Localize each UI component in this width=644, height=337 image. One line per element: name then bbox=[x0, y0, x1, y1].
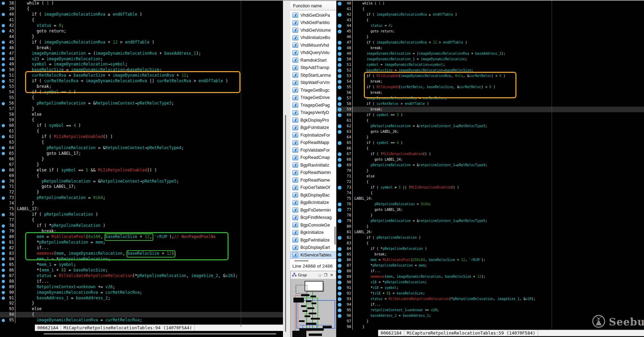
function-list-item[interactable]: fKiServiceTables bbox=[290, 251, 336, 259]
code-line[interactable]: 85 break; bbox=[336, 252, 644, 257]
function-list-item[interactable]: fVhdiQueryVolu bbox=[290, 49, 336, 57]
code-line[interactable]: 59 break; bbox=[336, 107, 644, 112]
code-line[interactable]: 73 if ( symbol ≠ 5 || !MiIsRetpolineEnab… bbox=[336, 185, 644, 190]
function-list-item[interactable]: fBgkDisplayBac bbox=[290, 191, 336, 199]
function-list-item[interactable]: fBgpConsoleGe bbox=[290, 221, 336, 229]
code-line[interactable]: 43 { bbox=[336, 17, 644, 23]
code-line[interactable]: 82 if ( pRetpolineRelocation ) bbox=[336, 235, 644, 240]
code-line[interactable]: 45 goto return; bbox=[336, 29, 644, 34]
code-line[interactable]: 84 if ( *pRetpolineRelocation ) bbox=[336, 246, 644, 252]
code-line[interactable]: 44 status = 0; bbox=[336, 23, 644, 29]
code-line[interactable]: 66 { bbox=[336, 146, 644, 151]
function-list-item[interactable]: fBgkDisplayPro bbox=[290, 116, 336, 124]
code-line[interactable]: 54 break; bbox=[336, 79, 644, 84]
code-line[interactable]: 67 if ( !MiIsRetpolineEnabled() ) bbox=[336, 151, 644, 157]
function-list-item[interactable]: fFopReadName bbox=[290, 176, 336, 184]
function-list-item[interactable]: fTriageGetBugc bbox=[290, 86, 336, 94]
code-line[interactable]: 40 while ( 1 ) bbox=[336, 1, 644, 6]
panel-splitter[interactable] bbox=[283, 0, 291, 337]
function-list-item[interactable]: fFopReadMapp bbox=[290, 139, 336, 147]
code-line[interactable]: 71 else bbox=[336, 174, 644, 179]
function-list-item[interactable]: fTriageGetDrive bbox=[290, 94, 336, 102]
function-list-item[interactable]: fBcpDisplayEarl bbox=[290, 244, 336, 252]
function-list-item[interactable]: fBgpBcInitialize bbox=[290, 199, 336, 207]
code-line[interactable]: 46 } bbox=[336, 34, 644, 40]
splitter-scrollbar[interactable] bbox=[285, 115, 286, 332]
function-list-item[interactable]: fSbpStartLanma bbox=[290, 71, 336, 79]
code-line[interactable]: 64 } bbox=[336, 135, 644, 140]
code-line[interactable]: 51 symbol = imageDynamicRelocation→symbo… bbox=[336, 62, 644, 68]
code-line[interactable]: 76 pRetpolineRelocation = 0i64; bbox=[336, 201, 644, 207]
function-list-item[interactable]: fBgpFwInitialize bbox=[290, 236, 336, 244]
code-line[interactable]: 74 { bbox=[336, 190, 644, 196]
code-line[interactable]: 78 } bbox=[336, 213, 644, 218]
functions-horizontal-scrollbar[interactable] bbox=[294, 260, 308, 261]
graph-overview-thumbnail[interactable] bbox=[291, 279, 336, 337]
function-list-item[interactable]: fBgkInitialize bbox=[290, 229, 336, 237]
code-line[interactable]: 95 retpolineContext_1→unknown += v20; bbox=[336, 307, 644, 313]
code-line[interactable]: 69 pRetpolineRelocation = &retpolineCont… bbox=[336, 162, 644, 168]
function-list-item[interactable]: fFopReadNamin bbox=[290, 169, 336, 177]
function-list-item[interactable]: fTriagepVerifyD bbox=[290, 109, 336, 117]
function-list-item[interactable]: fBgpFoDetermin bbox=[290, 206, 336, 214]
close-button[interactable]: ✕ bbox=[329, 273, 335, 277]
code-line[interactable]: 42 if ( imageDynamicRelocationRva ≥ endO… bbox=[336, 12, 644, 17]
function-list-item[interactable]: fFopReadCmap bbox=[290, 154, 336, 162]
function-list-item[interactable]: fTriagepGetPag bbox=[290, 101, 336, 109]
code-line[interactable]: 88 if... bbox=[336, 268, 644, 274]
code-line[interactable]: 93 status = RtlValidateRetpolineRelocati… bbox=[336, 296, 644, 302]
function-list-item[interactable]: fVhdiGetVolume bbox=[290, 26, 336, 34]
code-line[interactable]: 47 if ( imageDynamicRelocationRva + 12 >… bbox=[336, 40, 644, 45]
float-button[interactable]: ❐ bbox=[323, 273, 329, 277]
code-line[interactable]: 53 if ( RtlULongAdd(imageDynamicRelocati… bbox=[336, 73, 644, 79]
code-line[interactable]: 60 if ( symbol == 3 ) bbox=[336, 112, 644, 118]
code-line[interactable]: 55 if ( RtlULongAdd(curRetReloc, baseRel… bbox=[336, 84, 644, 90]
code-line[interactable]: 58 if ( curRetReloc > endOfTable ) bbox=[336, 101, 644, 107]
code-line[interactable]: 87 *pRetpolineRelocation = mem; bbox=[336, 263, 644, 268]
code-line[interactable]: 62 pRetpolineRelocation = &retpolineCont… bbox=[336, 123, 644, 129]
code-line[interactable]: 86 mem = MiAllocatePool(256i64, baseRelo… bbox=[336, 257, 644, 263]
code-line[interactable]: 92 *(v18 + 8) = baseRelocSize; bbox=[336, 291, 644, 296]
code-line[interactable]: 90 v18 = *pRetpolineRelocation; bbox=[336, 279, 644, 285]
functions-column-header[interactable]: Function name bbox=[290, 2, 336, 10]
code-line[interactable]: 56 break; bbox=[336, 90, 644, 95]
function-list-item[interactable]: fVhdiMountVhd bbox=[290, 41, 336, 49]
function-list-item[interactable]: fRamdiskStart bbox=[290, 56, 336, 64]
function-list-item[interactable]: fVhdiGetDiskPa bbox=[290, 12, 336, 19]
function-list-item[interactable]: fSbpWaitForVm bbox=[290, 79, 336, 87]
code-line[interactable]: 81LABEL_26: bbox=[336, 229, 644, 235]
code-line[interactable]: 68 goto LABEL_24; bbox=[336, 157, 644, 162]
code-line[interactable]: 77 goto LABEL_26; bbox=[336, 207, 644, 213]
code-line[interactable]: 72 { bbox=[336, 179, 644, 185]
function-list-item[interactable]: fBgpFoInitialize bbox=[290, 124, 336, 132]
function-list-item[interactable]: fFopGetTableOf bbox=[290, 184, 336, 192]
function-list-item[interactable]: fFopInitializeFor bbox=[290, 131, 336, 139]
code-line[interactable]: 91 *v18 = symbol; bbox=[336, 285, 644, 291]
code-line[interactable]: 61 { bbox=[336, 118, 644, 123]
code-line[interactable]: 49 imageDynamicRelocation = (imageDynami… bbox=[336, 51, 644, 56]
functions-vertical-scrollbar[interactable] bbox=[334, 227, 336, 245]
maximize-button[interactable]: □ bbox=[317, 273, 323, 277]
code-line[interactable]: 41 { bbox=[336, 6, 644, 12]
code-line[interactable]: 65 if ( symbol == 4 ) bbox=[336, 140, 644, 146]
code-line[interactable]: 80 } bbox=[336, 224, 644, 229]
code-line[interactable]: 57 imageDynamicRelocationRva = curRetRel… bbox=[336, 95, 644, 101]
graph-overview-titlebar[interactable]: Grap □ ❐ ✕ bbox=[291, 271, 336, 279]
code-line[interactable]: 48 break; bbox=[336, 45, 644, 51]
code-line[interactable]: 79 pRetpolineRelocation = &retpolineCont… bbox=[336, 218, 644, 224]
function-list-item[interactable]: fBcpFindMessag bbox=[290, 214, 336, 222]
code-line[interactable]: 83 { bbox=[336, 240, 644, 246]
function-list-item[interactable]: fSbpAddTransp bbox=[290, 64, 336, 72]
code-line[interactable]: 94 if... bbox=[336, 302, 644, 307]
code-line[interactable]: 89 memmove(mem, imageDynamicRelocation, … bbox=[336, 274, 644, 279]
code-line[interactable]: 50 imageDynamicRelocation_1 = imageDynam… bbox=[336, 56, 644, 62]
code-line[interactable]: 63 goto LABEL_26; bbox=[336, 129, 644, 135]
function-list-item[interactable]: fFopValidateFor bbox=[290, 146, 336, 154]
code-line[interactable]: 52 baseRelocSize = imageDynamicRelocatio… bbox=[336, 68, 644, 73]
function-list-item[interactable]: fVhdiInitializeBo bbox=[290, 34, 336, 42]
code-line[interactable]: 75LABEL_24: bbox=[336, 196, 644, 201]
code-line[interactable]: 70 } bbox=[336, 168, 644, 174]
function-list-item[interactable]: fBgpRasInitializ bbox=[290, 161, 336, 169]
left-horizontal-scrollbar[interactable] bbox=[44, 333, 276, 335]
function-list-item[interactable]: fVhdiGetPartitio bbox=[290, 19, 336, 27]
